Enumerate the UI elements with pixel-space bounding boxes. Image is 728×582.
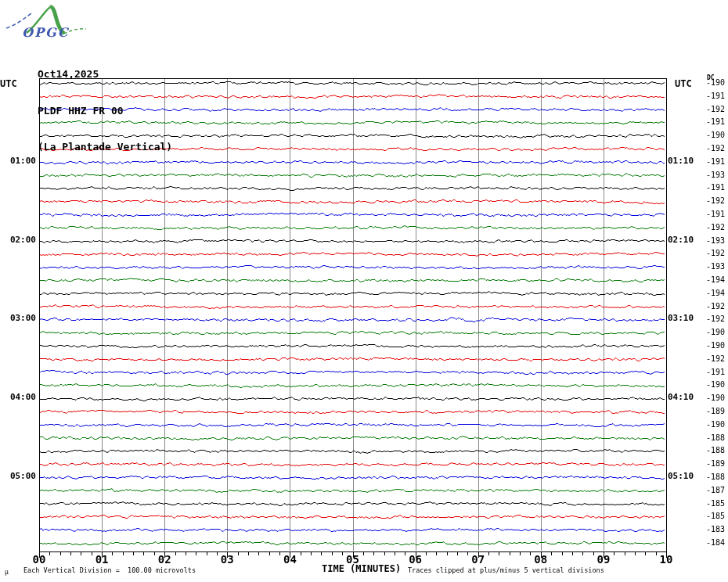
left-time-label: 05:00 [0, 471, 36, 481]
opgc-logo-text: OPGC [22, 25, 69, 40]
dc-value-label: -189 [706, 408, 728, 415]
dc-value-label: -192 [706, 145, 728, 153]
dc-value-label: -187 [706, 487, 728, 494]
left-time-label: 04:00 [0, 392, 36, 402]
x-tick-label: 02 [153, 553, 176, 566]
dc-value-label: -193 [706, 171, 728, 179]
x-tick-label: 10 [654, 553, 678, 566]
dc-value-label: -194 [706, 289, 728, 297]
dc-value-label: -192 [706, 197, 728, 205]
dc-value-label: -183 [706, 526, 728, 534]
dc-value-label: -188 [706, 447, 728, 454]
dc-value-label: -190 [706, 394, 728, 402]
dc-value-label: -191 [706, 118, 728, 126]
dc-value-label: -190 [706, 79, 728, 87]
dc-value-label: -194 [706, 276, 728, 284]
left-time-label: 02:00 [0, 235, 36, 245]
opgc-logo: OPGC [3, 2, 97, 42]
dc-value-label: -191 [706, 368, 728, 376]
dc-value-label: -191 [706, 184, 728, 192]
x-tick-label: 03 [215, 553, 239, 566]
header-location: (La Plantade Vertical) [38, 141, 172, 153]
x-tick-label: 09 [592, 553, 615, 566]
dc-value-label: -190 [706, 131, 728, 139]
utc-label-left: UTC [0, 78, 17, 89]
dc-value-label: -190 [706, 421, 728, 429]
microvolt-glyph: μ [5, 569, 9, 576]
left-time-label: 01:00 [0, 156, 36, 166]
utc-label-right: UTC [675, 78, 692, 89]
x-tick-label: 06 [404, 553, 427, 566]
right-time-label: 04:10 [668, 392, 699, 402]
x-tick-label: 00 [27, 553, 51, 566]
dc-value-label: -192 [706, 303, 728, 311]
dc-value-label: -192 [706, 106, 728, 113]
dc-value-label: -188 [706, 473, 728, 481]
right-time-label: 01:10 [668, 156, 699, 166]
dc-value-label: -193 [706, 263, 728, 271]
dc-value-label: -192 [706, 315, 728, 323]
dc-value-label: -192 [706, 224, 728, 232]
header-date: Oct14,2025 [38, 68, 172, 81]
dc-value-label: -191 [706, 210, 728, 218]
x-tick-label: 08 [529, 553, 553, 566]
right-time-label: 02:10 [668, 235, 699, 245]
dc-value-label: -184 [706, 539, 728, 547]
dc-value-label: -189 [706, 460, 728, 468]
clip-note: Traces clipped at plus/minus 5 vertical … [408, 566, 604, 574]
dc-value-label: -192 [706, 250, 728, 257]
dc-value-label: -191 [706, 158, 728, 166]
left-time-label: 03:00 [0, 313, 36, 323]
dc-value-label: -188 [706, 434, 728, 442]
right-time-label: 05:10 [668, 471, 699, 481]
dc-value-label: -190 [706, 342, 728, 350]
dc-value-label: -185 [706, 512, 728, 520]
helicorder-page: OPGC Oct14,2025 PLDF HHZ FR 00 (La Plant… [0, 0, 728, 582]
header-station: PLDF HHZ FR 00 [38, 105, 172, 117]
dc-value-label: -190 [706, 329, 728, 336]
x-axis-title: TIME (MINUTES) [322, 563, 401, 574]
x-tick-label: 04 [278, 553, 301, 566]
dc-value-label: -185 [706, 500, 728, 508]
dc-value-label: -190 [706, 381, 728, 389]
right-time-label: 03:10 [668, 313, 699, 323]
dc-value-label: -191 [706, 92, 728, 100]
x-tick-label: 07 [467, 553, 490, 566]
dc-value-label: -193 [706, 237, 728, 245]
x-tick-label: 01 [90, 553, 114, 566]
scale-note: Each Vertical Division = 100.00 microvol… [23, 566, 196, 574]
header-block: Oct14,2025 PLDF HHZ FR 00 (La Plantade V… [38, 44, 172, 178]
dc-value-label: -192 [706, 355, 728, 363]
